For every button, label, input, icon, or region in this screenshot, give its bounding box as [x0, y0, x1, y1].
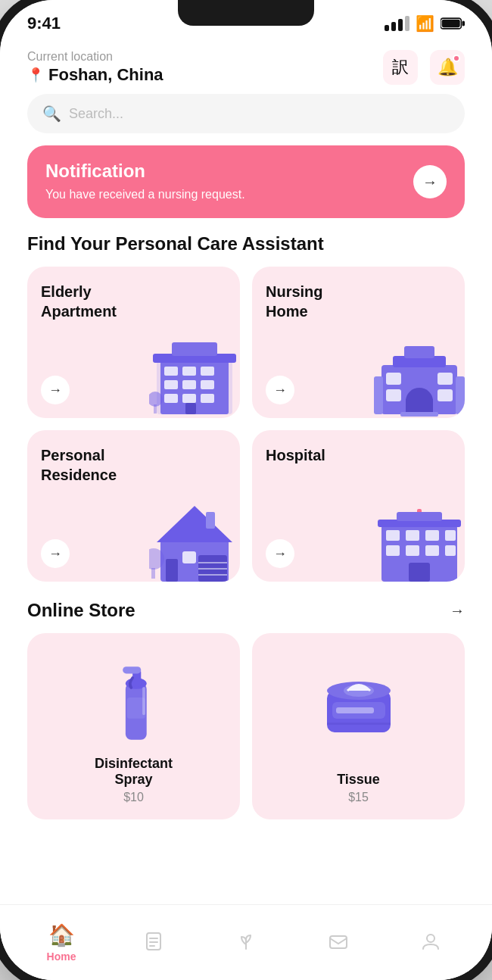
documents-icon — [143, 931, 164, 952]
store-grid: DisinfectantSpray $10 — [0, 633, 492, 842]
svg-rect-50 — [445, 545, 456, 556]
svg-rect-11 — [164, 394, 178, 403]
notification-arrow-button[interactable]: → — [413, 165, 447, 198]
elderly-apartment-card[interactable]: ElderlyApartment → — [27, 267, 240, 418]
header-icons: 訳 🔔 — [383, 50, 465, 85]
personal-residence-title: PersonalResidence — [41, 445, 226, 485]
svg-rect-51 — [409, 563, 430, 582]
wifi-icon: 📶 — [416, 14, 434, 33]
hospital-title: Hospital — [266, 445, 451, 465]
translate-icon: 訳 — [392, 56, 409, 79]
location-block: Current location 📍 Foshan, China — [27, 50, 163, 85]
disinfectant-spray-card[interactable]: DisinfectantSpray $10 — [27, 633, 240, 819]
svg-rect-46 — [445, 530, 456, 541]
svg-rect-25 — [438, 389, 453, 401]
nav-plant[interactable] — [200, 931, 292, 955]
scroll-area: Current location 📍 Foshan, China 訳 🔔 — [0, 42, 492, 904]
svg-rect-59 — [123, 667, 141, 674]
home-label: Home — [47, 950, 76, 963]
hospital-arrow[interactable]: → — [266, 539, 294, 568]
elderly-apartment-title: ElderlyApartment — [41, 282, 226, 321]
svg-rect-43 — [386, 530, 400, 541]
svg-rect-41 — [151, 568, 155, 579]
svg-rect-30 — [456, 376, 465, 414]
notification-dot — [453, 55, 460, 62]
nav-documents[interactable] — [107, 931, 200, 955]
svg-rect-16 — [172, 342, 217, 356]
battery-icon — [441, 17, 465, 30]
store-title: Online Store — [27, 600, 135, 621]
svg-rect-14 — [185, 403, 196, 414]
nav-mail[interactable] — [292, 931, 385, 955]
hospital-illustration — [374, 498, 465, 582]
profile-icon — [420, 931, 441, 952]
svg-rect-12 — [182, 394, 196, 403]
store-header: Online Store → — [0, 600, 492, 633]
svg-rect-28 — [400, 412, 438, 417]
nursing-home-title: NursingHome — [266, 282, 451, 321]
signal-bars-icon — [385, 16, 409, 31]
status-icons: 📶 — [385, 14, 465, 33]
svg-rect-24 — [386, 389, 401, 401]
notification-title: Notification — [45, 161, 401, 182]
svg-rect-2 — [442, 20, 460, 27]
svg-rect-1 — [462, 21, 465, 27]
svg-rect-13 — [201, 394, 214, 403]
search-icon: 🔍 — [42, 105, 61, 123]
svg-point-73 — [427, 935, 434, 942]
header: Current location 📍 Foshan, China 訳 🔔 — [0, 42, 492, 94]
svg-rect-10 — [201, 380, 214, 389]
elderly-apartment-arrow[interactable]: → — [41, 376, 70, 404]
personal-residence-illustration — [149, 498, 240, 582]
svg-rect-66 — [336, 707, 374, 713]
svg-rect-48 — [406, 545, 419, 556]
location-label: Current location — [27, 50, 163, 64]
nursing-home-card[interactable]: NursingHome → — [252, 267, 465, 418]
search-bar[interactable]: 🔍 Search... — [27, 94, 465, 133]
svg-rect-9 — [182, 380, 196, 389]
svg-rect-39 — [206, 512, 215, 529]
tissue-price: $15 — [348, 791, 369, 804]
svg-rect-55 — [397, 512, 442, 521]
personal-residence-arrow[interactable]: → — [41, 539, 70, 568]
care-section-title: Find Your Personal Care Assistant — [0, 233, 492, 267]
plant-icon — [235, 931, 257, 952]
notification-popup[interactable]: Notification You have received a nursing… — [27, 145, 465, 218]
nursing-home-arrow[interactable]: → — [266, 376, 294, 404]
svg-rect-29 — [374, 376, 383, 414]
personal-residence-card[interactable]: PersonalResidence → — [27, 430, 240, 582]
search-input[interactable]: Search... — [69, 106, 123, 122]
svg-rect-47 — [386, 545, 400, 556]
elderly-apartment-illustration — [149, 335, 240, 418]
svg-rect-8 — [164, 380, 178, 389]
translate-button[interactable]: 訳 — [383, 50, 418, 85]
location-pin-icon: 📍 — [27, 67, 44, 83]
nav-home[interactable]: 🏠 Home — [15, 922, 107, 963]
location-name: Foshan, China — [48, 65, 163, 85]
svg-rect-6 — [182, 367, 196, 376]
tissue-name: Tissue — [337, 772, 380, 788]
svg-rect-61 — [142, 687, 145, 715]
status-time: 9:41 — [27, 14, 61, 33]
svg-rect-67 — [327, 723, 391, 725]
svg-rect-7 — [201, 367, 214, 376]
disinfectant-spray-price: $10 — [123, 791, 144, 804]
nav-profile[interactable] — [385, 931, 477, 955]
svg-rect-49 — [425, 545, 439, 556]
svg-rect-5 — [164, 367, 178, 376]
svg-rect-23 — [438, 373, 453, 385]
hospital-card[interactable]: Hospital → — [252, 430, 465, 582]
tissue-card[interactable]: Tissue $15 — [252, 633, 465, 819]
svg-marker-32 — [157, 506, 232, 542]
notification-content: Notification You have received a nursing… — [45, 161, 401, 203]
bottom-nav: 🏠 Home — [0, 904, 492, 980]
store-see-all-button[interactable]: → — [450, 602, 465, 620]
svg-rect-38 — [182, 551, 196, 563]
svg-rect-27 — [404, 346, 434, 358]
home-icon: 🏠 — [48, 922, 75, 947]
svg-rect-45 — [425, 530, 439, 541]
disinfectant-spray-illustration — [104, 648, 164, 747]
nursing-home-illustration — [374, 335, 465, 418]
mail-icon — [328, 931, 349, 952]
bell-button[interactable]: 🔔 — [430, 50, 465, 85]
